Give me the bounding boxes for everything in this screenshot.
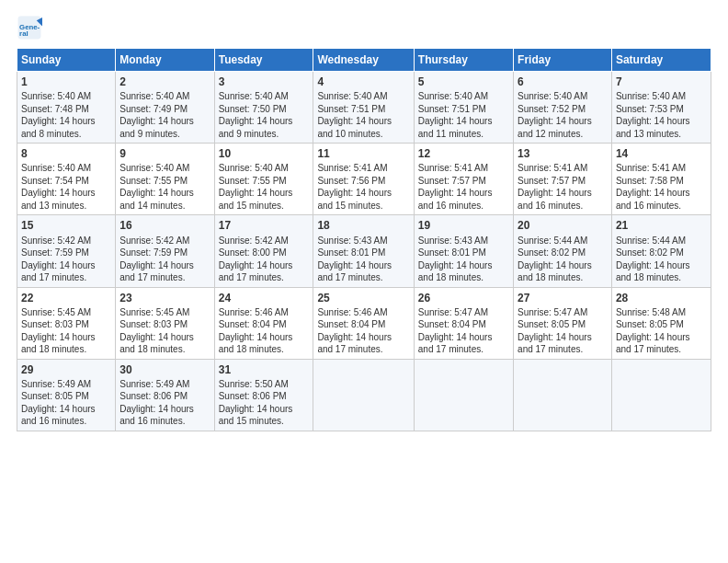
calendar-cell: 25Sunrise: 5:46 AMSunset: 8:04 PMDayligh… (313, 287, 414, 359)
day-info: Sunset: 8:00 PM (219, 247, 310, 259)
calendar-cell: 10Sunrise: 5:40 AMSunset: 7:55 PMDayligh… (214, 144, 313, 215)
calendar-cell: 2Sunrise: 5:40 AMSunset: 7:49 PMDaylight… (116, 72, 214, 144)
day-info: and 18 minutes. (21, 343, 111, 356)
calendar-cell: 8Sunrise: 5:40 AMSunset: 7:54 PMDaylight… (17, 144, 116, 215)
calendar-cell: 11Sunrise: 5:41 AMSunset: 7:56 PMDayligh… (313, 144, 414, 215)
day-info: Sunset: 7:48 PM (21, 103, 111, 116)
week-row-2: 8Sunrise: 5:40 AMSunset: 7:54 PMDaylight… (17, 144, 711, 215)
day-info: Sunset: 8:04 PM (219, 318, 310, 331)
day-info: and 16 minutes. (418, 200, 509, 213)
day-number: 18 (317, 218, 409, 233)
day-info: and 18 minutes. (418, 271, 509, 284)
day-info: Sunrise: 5:40 AM (518, 90, 608, 103)
day-info: Daylight: 14 hours (418, 331, 509, 344)
calendar-cell: 17Sunrise: 5:42 AMSunset: 8:00 PMDayligh… (214, 215, 313, 287)
day-info: Sunset: 8:05 PM (21, 390, 111, 403)
day-info: Sunrise: 5:41 AM (616, 162, 707, 175)
calendar-cell: 15Sunrise: 5:42 AMSunset: 7:59 PMDayligh… (17, 215, 116, 287)
day-info: Sunrise: 5:43 AM (418, 235, 509, 247)
day-info: Sunrise: 5:41 AM (518, 162, 608, 175)
calendar-cell: 29Sunrise: 5:49 AMSunset: 8:05 PMDayligh… (17, 359, 116, 431)
day-info: Daylight: 14 hours (418, 115, 509, 128)
day-info: and 9 minutes. (119, 128, 210, 141)
day-info: Daylight: 14 hours (119, 115, 210, 128)
day-number: 8 (21, 146, 111, 161)
calendar-cell: 12Sunrise: 5:41 AMSunset: 7:57 PMDayligh… (414, 144, 513, 215)
day-number: 14 (616, 146, 707, 161)
day-number: 6 (518, 75, 608, 89)
day-info: Sunset: 7:54 PM (21, 175, 111, 188)
calendar-cell (611, 359, 711, 431)
calendar-cell: 20Sunrise: 5:44 AMSunset: 8:02 PMDayligh… (514, 215, 612, 287)
day-info: Daylight: 14 hours (616, 115, 707, 128)
day-info: Sunset: 7:59 PM (21, 247, 111, 259)
day-info: Daylight: 14 hours (616, 187, 707, 200)
day-info: Sunrise: 5:47 AM (518, 306, 608, 319)
day-info: Sunset: 8:05 PM (518, 318, 608, 331)
day-info: Sunset: 7:55 PM (219, 175, 310, 188)
calendar: SundayMondayTuesdayWednesdayThursdayFrid… (17, 48, 711, 431)
calendar-cell: 14Sunrise: 5:41 AMSunset: 7:58 PMDayligh… (611, 144, 711, 215)
day-info: and 8 minutes. (21, 128, 111, 141)
day-number: 1 (21, 75, 111, 89)
day-info: Sunset: 8:02 PM (518, 247, 608, 259)
day-number: 27 (518, 291, 608, 305)
day-number: 29 (21, 362, 111, 377)
day-info: and 11 minutes. (418, 128, 509, 141)
day-info: Daylight: 14 hours (21, 259, 111, 272)
day-info: Daylight: 14 hours (21, 331, 111, 344)
day-number: 11 (317, 146, 409, 161)
day-info: Sunrise: 5:40 AM (219, 162, 310, 175)
day-info: Sunset: 8:04 PM (418, 318, 509, 331)
day-number: 3 (219, 75, 310, 89)
weekday-wednesday: Wednesday (313, 49, 414, 72)
day-number: 22 (21, 291, 111, 305)
day-info: Sunset: 7:56 PM (317, 175, 409, 188)
day-info: and 14 minutes. (119, 200, 210, 213)
day-info: Sunset: 7:58 PM (616, 175, 707, 188)
calendar-cell (313, 359, 414, 431)
day-info: Sunrise: 5:42 AM (119, 235, 210, 247)
day-info: Daylight: 14 hours (317, 331, 409, 344)
day-info: and 18 minutes. (518, 271, 608, 284)
day-info: and 17 minutes. (317, 271, 409, 284)
weekday-monday: Monday (116, 49, 214, 72)
day-info: and 18 minutes. (219, 343, 310, 356)
day-info: Sunrise: 5:40 AM (616, 90, 707, 103)
day-info: Sunrise: 5:47 AM (418, 306, 509, 319)
day-info: Daylight: 14 hours (418, 259, 509, 272)
day-info: and 15 minutes. (219, 200, 310, 213)
day-info: Daylight: 14 hours (418, 187, 509, 200)
calendar-cell: 18Sunrise: 5:43 AMSunset: 8:01 PMDayligh… (313, 215, 414, 287)
day-info: and 17 minutes. (119, 271, 210, 284)
logo: Gene- ral (17, 15, 44, 40)
day-number: 25 (317, 291, 409, 305)
day-info: Sunrise: 5:40 AM (21, 162, 111, 175)
day-number: 28 (616, 291, 707, 305)
day-info: Daylight: 14 hours (21, 403, 111, 416)
day-number: 21 (616, 218, 707, 233)
day-info: and 18 minutes. (616, 271, 707, 284)
day-info: Daylight: 14 hours (219, 331, 310, 344)
day-number: 7 (616, 75, 707, 89)
weekday-saturday: Saturday (611, 49, 711, 72)
calendar-cell: 16Sunrise: 5:42 AMSunset: 7:59 PMDayligh… (116, 215, 214, 287)
day-info: Daylight: 14 hours (616, 259, 707, 272)
day-info: Sunrise: 5:46 AM (317, 306, 409, 319)
day-info: and 16 minutes. (119, 415, 210, 428)
day-info: Sunrise: 5:42 AM (21, 235, 111, 247)
day-info: Sunset: 8:04 PM (317, 318, 409, 331)
calendar-cell: 19Sunrise: 5:43 AMSunset: 8:01 PMDayligh… (414, 215, 513, 287)
day-info: Sunset: 8:06 PM (219, 390, 310, 403)
calendar-cell: 21Sunrise: 5:44 AMSunset: 8:02 PMDayligh… (611, 215, 711, 287)
day-number: 30 (119, 362, 210, 377)
weekday-header: SundayMondayTuesdayWednesdayThursdayFrid… (17, 49, 711, 72)
week-row-4: 22Sunrise: 5:45 AMSunset: 8:03 PMDayligh… (17, 287, 711, 359)
day-info: Daylight: 14 hours (21, 187, 111, 200)
calendar-cell: 13Sunrise: 5:41 AMSunset: 7:57 PMDayligh… (514, 144, 612, 215)
calendar-cell: 24Sunrise: 5:46 AMSunset: 8:04 PMDayligh… (214, 287, 313, 359)
day-info: Daylight: 14 hours (518, 331, 608, 344)
day-number: 15 (21, 218, 111, 233)
day-number: 16 (119, 218, 210, 233)
page: Gene- ral SundayMondayTuesdayWednesdayTh… (0, 0, 728, 563)
